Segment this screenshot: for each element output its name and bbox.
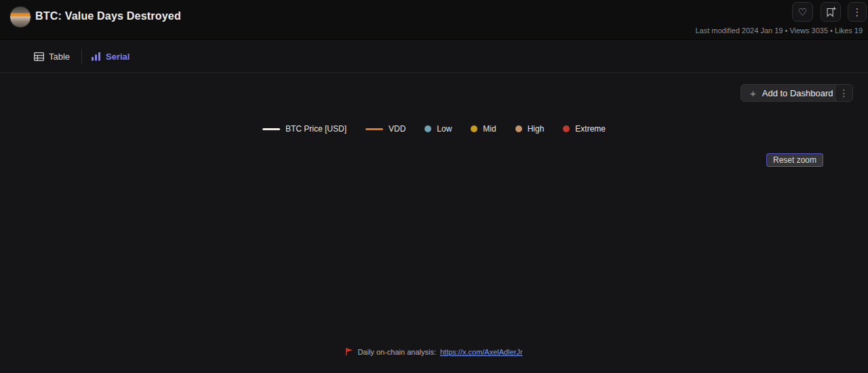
tab-table-label: Table	[49, 52, 70, 62]
bookmark-button[interactable]	[821, 2, 841, 22]
bookmark-plus-icon	[825, 6, 837, 18]
legend-label: Low	[437, 124, 452, 134]
legend-line-swatch	[366, 128, 383, 130]
tab-serial[interactable]: Serial	[91, 40, 130, 73]
kebab-menu-icon: ⋮	[840, 87, 849, 98]
add-to-dashboard-button[interactable]: + Add to Dashboard	[741, 84, 843, 102]
footer-label: Daily on-chain analysis:	[357, 348, 436, 356]
legend-item-btc-price-usd-[interactable]: BTC Price [USD]	[262, 124, 347, 134]
legend-dot-swatch	[425, 125, 431, 132]
add-to-dashboard-label: Add to Dashboard	[762, 88, 833, 98]
chart-panel	[0, 74, 868, 373]
legend-dot-swatch	[471, 125, 477, 132]
kebab-menu-icon: ⋮	[852, 6, 863, 18]
legend-dot-swatch	[515, 125, 522, 132]
legend-item-extreme[interactable]: Extreme	[563, 124, 606, 134]
legend-label: VDD	[389, 124, 406, 134]
legend-item-high[interactable]: High	[515, 124, 545, 134]
legend-label: Extreme	[575, 124, 606, 134]
chart-legend: BTC Price [USD]VDDLowMidHighExtreme	[0, 124, 868, 134]
tab-table[interactable]: Table	[34, 40, 70, 73]
chart-options-button[interactable]: ⋮	[835, 84, 853, 102]
legend-label: High	[528, 124, 545, 134]
footer-note: Daily on-chain analysis: https://x.com/A…	[0, 347, 868, 356]
bar-chart-icon	[91, 52, 101, 61]
legend-line-swatch	[262, 128, 280, 130]
more-options-button[interactable]: ⋮	[848, 2, 867, 22]
flag-icon	[345, 347, 353, 356]
meta-line: Last modified 2024 Jan 19 • Views 3035 •…	[695, 26, 863, 35]
reset-zoom-button[interactable]: Reset zoom	[766, 153, 823, 167]
page-title: BTC: Value Days Destroyed	[35, 10, 181, 22]
avatar[interactable]	[9, 6, 31, 28]
tab-serial-label: Serial	[106, 52, 130, 62]
legend-item-vdd[interactable]: VDD	[366, 124, 406, 134]
legend-label: Mid	[483, 124, 496, 134]
plus-icon: +	[750, 87, 756, 99]
heart-icon: ♡	[798, 6, 807, 18]
like-button[interactable]: ♡	[792, 2, 813, 22]
legend-dot-swatch	[563, 125, 570, 132]
tab-bar: Table Serial	[0, 40, 868, 73]
legend-label: BTC Price [USD]	[285, 124, 347, 134]
legend-item-mid[interactable]: Mid	[471, 124, 496, 134]
footer-link[interactable]: https://x.com/AxelAdlerJr	[440, 348, 523, 356]
legend-item-low[interactable]: Low	[425, 124, 452, 134]
tab-divider	[81, 50, 82, 64]
table-icon	[34, 52, 44, 61]
